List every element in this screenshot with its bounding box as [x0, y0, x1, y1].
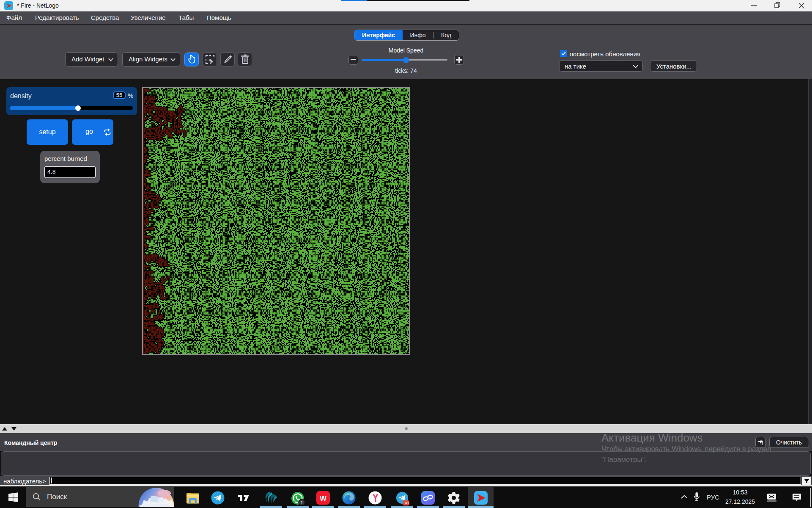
svg-text:1: 1 — [300, 500, 303, 505]
svg-text:W: W — [320, 494, 327, 502]
svg-text:..41: ..41 — [403, 500, 409, 505]
